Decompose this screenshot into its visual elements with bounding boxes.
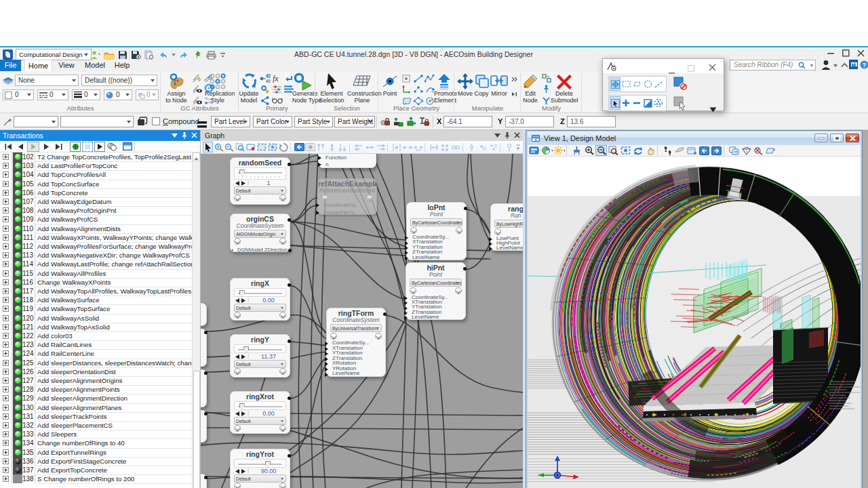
graph-node-hiPnt[interactable]: hiPntPointByCartesianCoordinatesCoordina… [406, 262, 466, 320]
transaction-row[interactable]: 122Add color03 [0, 331, 193, 340]
graph-close-icon[interactable] [513, 131, 521, 139]
t2-equals-icon[interactable] [197, 119, 207, 131]
expand-icon[interactable] [3, 306, 9, 312]
node-technique-dropdown[interactable]: Default [234, 417, 286, 425]
edit-node-button[interactable]: Edit Node [521, 73, 540, 104]
search-ribbon-input[interactable]: Search Ribbon (F4) [730, 60, 816, 70]
transaction-row[interactable]: 123Add RailCantLines [0, 340, 193, 349]
node-output-port[interactable] [288, 218, 291, 222]
transaction-row[interactable]: 110Add WalkwayAlignmentDists [0, 224, 193, 233]
delete-submodel-button[interactable]: Delete Submodel [551, 73, 578, 104]
select-shape-icon[interactable] [631, 77, 642, 91]
expand-icon[interactable] [3, 235, 9, 241]
compound-checkbox[interactable] [152, 117, 160, 125]
expand-icon[interactable] [3, 386, 9, 392]
dialog-close-icon[interactable] [709, 62, 716, 74]
update-view-icon[interactable] [571, 145, 583, 156]
node-output-port[interactable] [288, 163, 291, 166]
select-circle-icon[interactable] [642, 77, 653, 91]
select-individual-icon[interactable] [610, 77, 620, 91]
transaction-row[interactable]: 109Add WalkwayProfCS [0, 215, 193, 224]
graph-node-rang[interactable]: rangRanByLowHighRangLowPointHighPointLev… [490, 203, 523, 251]
point-button[interactable]: Point [380, 73, 400, 97]
assign-to-node-button[interactable]: Assign to Node [161, 73, 191, 104]
expand-icon[interactable] [3, 181, 9, 187]
x-input[interactable]: -64.1 [443, 116, 492, 127]
graph-space-icon[interactable] [413, 142, 423, 152]
transaction-row[interactable]: 107Add WalkwayEdgeDatum [0, 197, 193, 206]
tab-view[interactable]: View [54, 60, 79, 71]
node-output-port[interactable] [374, 183, 378, 186]
t2-stack-icon[interactable] [137, 117, 148, 129]
node-expand-icon[interactable] [279, 238, 286, 245]
graph-fit-icon[interactable] [257, 142, 267, 152]
transaction-row[interactable]: 135Add ExportTunnelRings [0, 448, 193, 457]
transaction-row[interactable]: 116Change WalkwayXPoints [0, 278, 193, 287]
node-collapse-icon[interactable] [234, 483, 241, 488]
expand-icon[interactable] [3, 458, 9, 464]
expand-icon[interactable] [3, 333, 9, 339]
graph-menu-icon[interactable] [494, 131, 501, 139]
node-technique-dropdown[interactable]: Default [234, 186, 286, 195]
tr-marquee-icon[interactable] [82, 142, 93, 152]
view-3d-viewport[interactable] [528, 157, 861, 488]
graph-pin-node-icon[interactable] [505, 142, 515, 152]
more-commands-icon[interactable] [219, 49, 226, 60]
tab-model[interactable]: Model [80, 60, 110, 71]
expand-icon[interactable] [3, 226, 9, 232]
expand-icon[interactable] [3, 207, 9, 214]
place-icon-points[interactable] [412, 84, 424, 94]
graph-fit-selection-icon[interactable] [268, 142, 278, 152]
transactions-close-icon[interactable] [191, 131, 198, 139]
transactions-menu-icon[interactable] [171, 131, 178, 139]
primary-icon-1[interactable] [259, 73, 271, 83]
transaction-row[interactable]: 108Add WalkwayProfOriginPnt [0, 206, 193, 215]
transaction-row[interactable]: 104Add TopConcProfilesAll [0, 170, 193, 179]
view-minimize-button[interactable] [814, 134, 828, 142]
node-slider[interactable] [234, 344, 286, 353]
expand-icon[interactable] [3, 378, 9, 384]
node-output-port[interactable] [288, 340, 291, 343]
graph-node-edge4[interactable] [201, 410, 207, 443]
collapse-ribbon-icon[interactable] [841, 62, 848, 70]
move-button[interactable]: Move [456, 73, 475, 97]
expand-icon[interactable] [3, 163, 9, 169]
node-expand-icon[interactable] [455, 287, 462, 294]
graph-layout-icon[interactable] [488, 142, 498, 152]
manipulate-more2-icon[interactable] [511, 89, 517, 99]
expand-icon[interactable] [3, 297, 9, 303]
expand-icon[interactable] [3, 216, 9, 222]
graph-node-loPnt[interactable]: loPntPointByCartesianCoordinatesCoordina… [406, 202, 467, 260]
view-attributes-icon[interactable] [529, 145, 540, 156]
maximize-button[interactable] [842, 49, 850, 58]
y-input[interactable]: -37.0 [505, 116, 554, 127]
replication-style-button[interactable]: Replication Style [205, 73, 231, 104]
manipulate-more-icon[interactable] [511, 74, 517, 84]
expand-icon[interactable] [3, 405, 9, 411]
transaction-row[interactable]: 134Change numberOfRings to 40 [0, 439, 193, 447]
graph-distribute-v-icon[interactable] [402, 142, 412, 152]
workflow-selector[interactable]: Computational Design [16, 49, 92, 60]
expand-icon[interactable] [3, 342, 9, 348]
adjust-brightness-icon[interactable] [553, 145, 565, 156]
part-style-combo[interactable]: Part Style [294, 116, 333, 127]
node-expand-icon[interactable] [456, 227, 462, 234]
graph-forward-icon[interactable] [305, 142, 315, 152]
tab-help[interactable]: Help [111, 60, 134, 71]
part-color-combo[interactable]: Part Color [253, 116, 292, 127]
transaction-row[interactable]: 114Add WalkwayLastProfile; change refAtt… [0, 260, 193, 268]
node-output[interactable]: ZDirection [264, 247, 288, 253]
node-collapse-icon[interactable] [234, 195, 241, 201]
node-expand-icon[interactable] [375, 333, 382, 340]
t2-combo-1[interactable] [14, 116, 58, 127]
graph-node-ringX[interactable]: ringX|0.00Default [230, 278, 290, 321]
saved-views-icon[interactable] [686, 145, 698, 156]
expand-icon[interactable] [3, 422, 9, 428]
minimize-button[interactable] [827, 49, 835, 58]
active-color-combo[interactable]: 0 [3, 89, 34, 100]
z-input[interactable]: 13.6 [567, 116, 616, 127]
line-style-combo[interactable]: 0 [37, 89, 68, 100]
mirror-button[interactable]: Mirror [490, 73, 509, 97]
save-settings-icon[interactable] [130, 49, 142, 60]
place-icon-1[interactable] [401, 73, 412, 83]
